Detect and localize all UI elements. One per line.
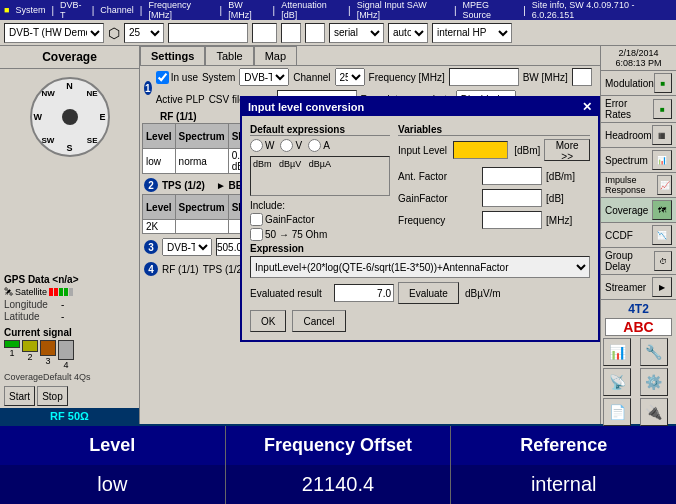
bar-fill-2 bbox=[22, 340, 38, 352]
group-delay-button[interactable]: Group Delay ⏱ bbox=[601, 248, 676, 275]
r75-checkbox[interactable] bbox=[250, 228, 263, 241]
s1-channel-label: Channel bbox=[293, 72, 330, 83]
latitude-dash: - bbox=[61, 311, 64, 322]
gain-factor-row: GainFactor 0.0 [dB] bbox=[398, 189, 590, 207]
gain-factor-checkbox[interactable] bbox=[250, 213, 263, 226]
ccdf-button[interactable]: CCDF 📉 bbox=[601, 223, 676, 248]
bw-input[interactable]: 8 bbox=[252, 23, 277, 43]
top-mpeg-label: MPEG Source bbox=[463, 0, 518, 20]
gain-factor-check-label: GainFactor bbox=[265, 214, 314, 225]
util-icon-4[interactable]: ⚙️ bbox=[640, 368, 668, 396]
compass-nw: NW bbox=[42, 89, 55, 98]
top-siteinfo-label: Site info, SW 4.0.09.710 - 6.0.26.151 bbox=[532, 0, 672, 20]
dialog-action-buttons: OK Cancel bbox=[250, 310, 590, 332]
input-level-dialog: Input level conversion ✕ Default express… bbox=[240, 96, 600, 342]
tab-table[interactable]: Table bbox=[205, 46, 253, 65]
compass: N S E W NE NW SE SW bbox=[30, 77, 110, 157]
signal-input-select[interactable]: serial bbox=[329, 23, 384, 43]
coverage-title: Coverage bbox=[0, 46, 139, 69]
dialog-close-button[interactable]: ✕ bbox=[582, 100, 592, 114]
s1-freq-label: Frequency [MHz] bbox=[369, 72, 445, 83]
util-icon-6[interactable]: 🔌 bbox=[640, 398, 668, 426]
frequency-row: Frequency 505.9 [MHz] bbox=[398, 211, 590, 229]
spectrum-icon: 📊 bbox=[652, 150, 672, 170]
util-icon-1[interactable]: 📊 bbox=[603, 338, 631, 366]
start-button[interactable]: Start bbox=[4, 386, 35, 406]
start-stop-buttons: Start Stop bbox=[0, 384, 139, 408]
expression-label: Expression bbox=[250, 243, 590, 254]
radio-a[interactable]: A bbox=[308, 139, 330, 152]
coverage-button[interactable]: Coverage 🗺 bbox=[601, 198, 676, 223]
s1-freq-input[interactable]: 505.000000 bbox=[449, 68, 519, 86]
satellite-icon: 🛰 bbox=[4, 287, 13, 297]
input-level-label: Input Level bbox=[398, 145, 449, 156]
variables-label: Variables bbox=[398, 124, 590, 136]
reference-label: Reference bbox=[520, 435, 607, 456]
gain-factor-label: GainFactor bbox=[398, 193, 478, 204]
longitude-row: Longitude - bbox=[4, 299, 135, 310]
include-label: Include: bbox=[250, 200, 390, 211]
toolbar-icon1: ⬡ bbox=[108, 25, 120, 41]
sat-bar-3 bbox=[59, 288, 63, 296]
radio-w[interactable]: W bbox=[250, 139, 274, 152]
top-dvbt-label: DVB-T bbox=[60, 0, 86, 20]
site-select[interactable]: internal HP bbox=[432, 23, 512, 43]
spectrum-button[interactable]: Spectrum 📊 bbox=[601, 148, 676, 173]
util-icon-3[interactable]: 📡 bbox=[603, 368, 631, 396]
modulation-button[interactable]: Modulation ■ bbox=[601, 71, 676, 96]
bar-fill-1 bbox=[4, 340, 20, 348]
att2-input[interactable]: 29 bbox=[305, 23, 325, 43]
bar-1: 1 bbox=[4, 340, 20, 370]
status-labels-row: Level Frequency Offset Reference bbox=[0, 426, 676, 465]
evaluate-button[interactable]: Evaluate bbox=[398, 282, 459, 304]
abc-logo: ABC bbox=[605, 318, 672, 336]
util-icon-2[interactable]: 🔧 bbox=[640, 338, 668, 366]
headroom-button[interactable]: Headroom ▦ bbox=[601, 123, 676, 148]
impulse-label: Impulse Response bbox=[605, 175, 657, 195]
cancel-button[interactable]: Cancel bbox=[292, 310, 345, 332]
radio-v[interactable]: V bbox=[280, 139, 302, 152]
headroom-label: Headroom bbox=[605, 130, 652, 141]
channel-select[interactable]: 25 bbox=[124, 23, 164, 43]
section1-num: 1 bbox=[144, 81, 152, 95]
latitude-label: Latitude bbox=[4, 311, 59, 322]
gain-factor-input[interactable]: 0.0 bbox=[482, 189, 542, 207]
s1-bw-input[interactable]: 8 bbox=[572, 68, 592, 86]
satellite-label: Satellite bbox=[15, 287, 47, 297]
bar-label-4: 4 bbox=[63, 360, 68, 370]
streamer-button[interactable]: Streamer ▶ bbox=[601, 275, 676, 300]
left-panel: Coverage N S E W NE NW SE SW GPS Data <n… bbox=[0, 46, 140, 424]
top-sep5: | bbox=[273, 5, 276, 16]
ant-factor-input[interactable]: 0.0 bbox=[482, 167, 542, 185]
rf-indicator: RF 50Ω bbox=[0, 408, 139, 424]
demod-select[interactable]: DVB-T (HW Demod) bbox=[4, 23, 104, 43]
more-button[interactable]: More >> bbox=[544, 139, 590, 161]
group-delay-label: Group Delay bbox=[605, 250, 654, 272]
dialog-two-col: Default expressions W V A dBm dBµV dBµA … bbox=[250, 124, 590, 243]
top-sep7: | bbox=[454, 5, 457, 16]
tab-settings[interactable]: Settings bbox=[140, 46, 205, 65]
bar-label-2: 2 bbox=[27, 352, 32, 362]
compass-sw: SW bbox=[42, 136, 55, 145]
att-input[interactable]: 0 bbox=[281, 23, 301, 43]
s3-system-select[interactable]: DVB-T bbox=[162, 238, 212, 256]
bar-fill-3 bbox=[40, 340, 56, 356]
input-level-input[interactable]: -100.0 bbox=[453, 141, 508, 159]
level-value: low bbox=[97, 473, 127, 496]
ok-button[interactable]: OK bbox=[250, 310, 286, 332]
freq-input[interactable]: 506.000000 bbox=[168, 23, 248, 43]
use-checkbox[interactable] bbox=[156, 71, 169, 84]
top-sep1: | bbox=[51, 5, 54, 16]
s1-system-select[interactable]: DVB-T bbox=[239, 68, 289, 86]
util-icon-5[interactable]: 📄 bbox=[603, 398, 631, 426]
impulse-button[interactable]: Impulse Response 📈 bbox=[601, 173, 676, 198]
frequency-input[interactable]: 505.9 bbox=[482, 211, 542, 229]
s1-channel-select[interactable]: 25 bbox=[335, 68, 365, 86]
error-rates-button[interactable]: Error Rates ■ bbox=[601, 96, 676, 123]
expression-select[interactable]: InputLevel+(20*log(QTE-6/sqrt(1E-3*50))+… bbox=[250, 256, 590, 278]
tab-map[interactable]: Map bbox=[254, 46, 297, 65]
stop-button[interactable]: Stop bbox=[37, 386, 68, 406]
tps-col-level: Level bbox=[143, 195, 176, 220]
mpeg-select[interactable]: auto bbox=[388, 23, 428, 43]
s4-label: RF (1/1) bbox=[162, 264, 199, 275]
